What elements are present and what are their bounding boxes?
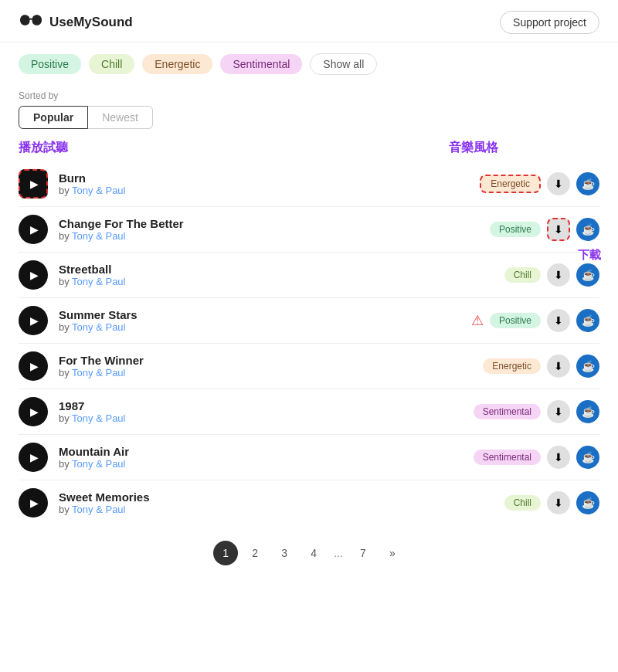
artist-link[interactable]: Tony & Paul bbox=[72, 185, 125, 196]
track-actions: Positive ⬇ ☕ 下載 bbox=[490, 218, 599, 241]
track-info-mountainair: Mountain Air by Tony & Paul bbox=[59, 445, 474, 470]
filter-energetic-button[interactable]: Energetic bbox=[142, 54, 212, 74]
logo-text: UseMySound bbox=[49, 15, 133, 30]
play-icon: ▶ bbox=[30, 497, 39, 509]
play-button-sweetmemories[interactable]: ▶ bbox=[19, 488, 48, 518]
download-button[interactable]: ⬇ bbox=[547, 491, 570, 514]
genre-annotation-label: 音樂風格 bbox=[449, 140, 498, 156]
track-title: Mountain Air bbox=[59, 445, 474, 458]
track-artist: by Tony & Paul bbox=[59, 412, 474, 424]
track-actions: Sentimental ⬇ ☕ bbox=[474, 446, 599, 469]
page-1-button[interactable]: 1 bbox=[213, 541, 238, 565]
filter-positive-button[interactable]: Positive bbox=[19, 54, 81, 74]
support-button[interactable]: ☕ bbox=[576, 400, 599, 423]
play-icon: ▶ bbox=[30, 451, 39, 463]
pagination: 1 2 3 4 ... 7 » bbox=[0, 525, 618, 589]
artist-link[interactable]: Tony & Paul bbox=[72, 412, 125, 424]
track-row: ▶ Mountain Air by Tony & Paul Sentimenta… bbox=[19, 435, 599, 480]
artist-link[interactable]: Tony & Paul bbox=[72, 321, 125, 333]
genre-badge: Positive bbox=[490, 222, 541, 237]
page-7-button[interactable]: 7 bbox=[351, 541, 375, 565]
track-row: ▶ Change For The Better by Tony & Paul P… bbox=[19, 207, 599, 253]
artist-link[interactable]: Tony & Paul bbox=[72, 458, 125, 470]
play-button-mountainair[interactable]: ▶ bbox=[19, 443, 48, 472]
track-actions: Energetic ⬇ ☕ bbox=[480, 172, 599, 195]
support-button[interactable]: ☕ bbox=[576, 446, 599, 469]
track-artist: by Tony & Paul bbox=[59, 185, 480, 196]
track-info-burn: Burn by Tony & Paul bbox=[59, 171, 480, 196]
track-artist: by Tony & Paul bbox=[59, 367, 483, 378]
track-artist: by Tony & Paul bbox=[59, 321, 471, 333]
track-artist: by Tony & Paul bbox=[59, 230, 490, 242]
play-icon: ▶ bbox=[30, 406, 39, 418]
warning-icon: ⚠ bbox=[471, 312, 484, 329]
page-3-button[interactable]: 3 bbox=[272, 541, 297, 565]
support-button[interactable]: ☕ bbox=[576, 172, 599, 195]
track-row: ▶ 1987 by Tony & Paul Sentimental ⬇ ☕ bbox=[19, 389, 599, 435]
artist-link[interactable]: Tony & Paul bbox=[72, 367, 125, 378]
track-title: Summer Stars bbox=[59, 308, 471, 321]
track-artist: by Tony & Paul bbox=[59, 458, 474, 470]
track-actions: Energetic ⬇ ☕ bbox=[483, 355, 599, 378]
play-button-1987[interactable]: ▶ bbox=[19, 397, 48, 426]
download-button[interactable]: ⬇ bbox=[547, 400, 570, 423]
support-button[interactable]: ☕ bbox=[576, 218, 599, 241]
download-button[interactable]: ⬇ bbox=[547, 309, 570, 332]
sort-section: Sorted by Popular Newest bbox=[0, 83, 618, 134]
track-row: ▶ Sweet Memories by Tony & Paul Chill ⬇ … bbox=[19, 480, 599, 525]
track-actions: Sentimental ⬇ ☕ bbox=[474, 400, 599, 423]
play-button-change[interactable]: ▶ bbox=[19, 215, 48, 244]
play-button-summerstars[interactable]: ▶ bbox=[19, 306, 48, 335]
download-button[interactable]: ⬇ bbox=[547, 355, 570, 378]
play-button-streetball[interactable]: ▶ bbox=[19, 260, 48, 290]
support-button[interactable]: ☕ bbox=[576, 491, 599, 514]
filter-chill-button[interactable]: Chill bbox=[89, 54, 134, 74]
logo: UseMySound bbox=[19, 12, 133, 33]
play-button-winner[interactable]: ▶ bbox=[19, 351, 48, 381]
sort-label: Sorted by bbox=[19, 90, 599, 101]
filter-showall-button[interactable]: Show all bbox=[310, 53, 377, 75]
support-project-button[interactable]: Support project bbox=[500, 11, 599, 34]
track-info-summerstars: Summer Stars by Tony & Paul bbox=[59, 308, 471, 333]
track-actions: ⚠ Positive ⬇ ☕ bbox=[471, 309, 599, 332]
download-button[interactable]: ⬇ bbox=[547, 172, 570, 195]
play-icon: ▶ bbox=[30, 223, 39, 236]
page-4-button[interactable]: 4 bbox=[301, 541, 326, 565]
track-title: Burn bbox=[59, 171, 480, 185]
track-list: ▶ Burn by Tony & Paul Energetic ⬇ ☕ ▶ Ch… bbox=[0, 161, 618, 525]
track-actions: Chill ⬇ ☕ bbox=[504, 263, 599, 287]
track-title: Change For The Better bbox=[59, 217, 490, 230]
download-button[interactable]: ⬇ bbox=[547, 446, 570, 469]
support-button[interactable]: ☕ bbox=[576, 309, 599, 332]
sort-buttons: Popular Newest bbox=[19, 106, 599, 129]
track-title: Streetball bbox=[59, 263, 504, 276]
play-icon: ▶ bbox=[30, 178, 39, 190]
track-row: ▶ For The Winner by Tony & Paul Energeti… bbox=[19, 344, 599, 389]
genre-badge: Sentimental bbox=[474, 450, 541, 465]
sort-popular-button[interactable]: Popular bbox=[19, 106, 88, 129]
track-title: 1987 bbox=[59, 399, 474, 412]
play-icon: ▶ bbox=[30, 360, 39, 372]
play-button-burn[interactable]: ▶ bbox=[19, 169, 48, 199]
track-info-1987: 1987 by Tony & Paul bbox=[59, 399, 474, 424]
track-info-change: Change For The Better by Tony & Paul bbox=[59, 217, 490, 242]
support-button[interactable]: ☕ bbox=[576, 263, 599, 287]
filter-bar: PositiveChillEnergeticSentimentalShow al… bbox=[0, 42, 618, 83]
artist-link[interactable]: Tony & Paul bbox=[72, 230, 125, 242]
pagination-dots: ... bbox=[331, 547, 346, 559]
artist-link[interactable]: Tony & Paul bbox=[72, 276, 125, 287]
play-icon: ▶ bbox=[30, 314, 39, 327]
track-row: ▶ Streetball by Tony & Paul Chill ⬇ ☕ bbox=[19, 253, 599, 298]
filter-sentimental-button[interactable]: Sentimental bbox=[220, 54, 302, 74]
download-button[interactable]: ⬇ bbox=[547, 218, 570, 241]
track-row: ▶ Burn by Tony & Paul Energetic ⬇ ☕ bbox=[19, 161, 599, 207]
support-button[interactable]: ☕ bbox=[576, 355, 599, 378]
artist-link[interactable]: Tony & Paul bbox=[72, 504, 125, 515]
track-artist: by Tony & Paul bbox=[59, 276, 504, 287]
genre-badge: Sentimental bbox=[474, 404, 541, 419]
download-button[interactable]: ⬇ bbox=[547, 263, 570, 287]
pagination-next-button[interactable]: » bbox=[380, 541, 405, 565]
page-2-button[interactable]: 2 bbox=[243, 541, 267, 565]
sort-newest-button[interactable]: Newest bbox=[88, 106, 153, 129]
genre-badge: Positive bbox=[490, 313, 541, 328]
